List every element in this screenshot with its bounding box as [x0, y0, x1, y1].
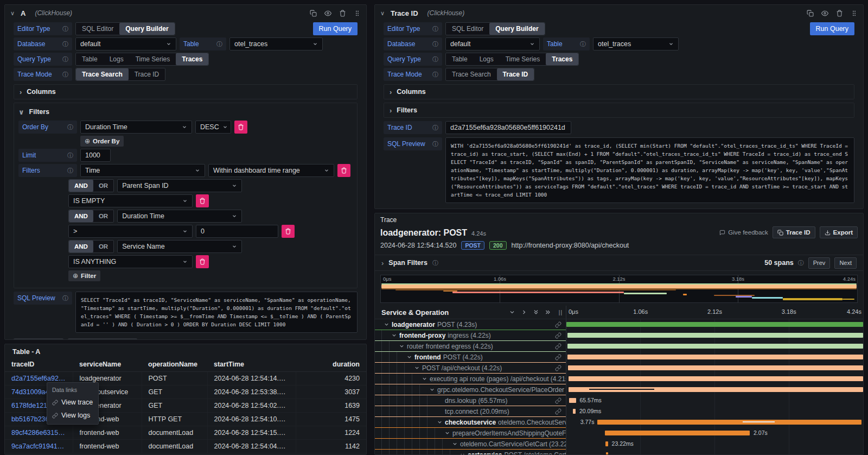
collapse-one-icon[interactable] — [509, 309, 515, 315]
span-gantt-cell[interactable]: 20.09ms — [566, 406, 863, 417]
span-gantt-cell[interactable] — [566, 319, 863, 330]
span-row[interactable]: cartservicePOST /oteldemo.CartService/Ge… — [375, 450, 863, 455]
remove-order-by-button[interactable] — [234, 121, 247, 134]
span-name-cell[interactable]: checkoutserviceoteldemo.CheckoutService/… — [375, 417, 566, 428]
or-option[interactable]: OR — [93, 210, 113, 222]
trace-id-copy-button[interactable]: Trace ID — [773, 226, 815, 238]
trash-icon[interactable] — [836, 10, 843, 17]
chevron-down-icon[interactable] — [406, 354, 412, 360]
or-option[interactable]: OR — [93, 180, 113, 192]
columns-section-toggle[interactable]: › Columns — [14, 84, 358, 99]
query-type-table[interactable]: Table — [76, 53, 104, 65]
trace-search-option[interactable]: Trace Search — [446, 68, 497, 80]
span-gantt-cell[interactable] — [566, 341, 863, 352]
col-operationname[interactable]: operationName — [142, 358, 207, 372]
condition-field-select[interactable]: Parent Span ID — [117, 179, 242, 192]
col-traceid[interactable]: traceID — [5, 358, 73, 372]
table-select[interactable]: otel_traces — [593, 37, 679, 50]
span-row[interactable]: prepareOrderItemsAndShippingQuoteFromCar… — [375, 428, 863, 439]
expand-one-icon[interactable] — [521, 309, 527, 315]
span-filters-toggle[interactable]: Span Filters — [388, 259, 427, 267]
chevron-down-icon[interactable] — [391, 332, 397, 338]
span-bar[interactable] — [606, 452, 608, 455]
span-gantt-cell[interactable] — [566, 384, 863, 395]
eye-icon[interactable] — [821, 10, 828, 17]
remove-condition-button[interactable] — [196, 255, 209, 268]
database-select[interactable]: default — [75, 37, 176, 50]
span-name-cell[interactable]: loadgeneratorPOST (4.23s) — [375, 319, 566, 330]
span-gantt-cell[interactable] — [566, 450, 863, 455]
condition-field-select[interactable]: Service Name — [117, 240, 242, 253]
span-name-cell[interactable]: grpc.oteldemo.CheckoutService/PlaceOrder… — [375, 384, 566, 395]
export-button[interactable]: Export — [820, 226, 858, 238]
span-link-icon[interactable] — [555, 343, 566, 350]
span-gantt-cell[interactable]: 2.07s — [566, 428, 863, 439]
panel-collapse-icon[interactable]: ∨ — [10, 10, 17, 17]
span-bar[interactable] — [567, 344, 863, 349]
and-option[interactable]: AND — [69, 180, 93, 192]
span-bar[interactable] — [605, 441, 608, 446]
span-row[interactable]: oteldemo.CartService/GetCart (23.22ms)23… — [375, 439, 863, 450]
span-row[interactable]: executing api route (pages) /api/checkou… — [375, 374, 863, 384]
view-logs-link[interactable]: View logs — [47, 409, 98, 422]
or-option[interactable]: OR — [93, 241, 113, 252]
col-starttime[interactable]: startTime — [207, 358, 296, 372]
add-query-button[interactable]: +Add query — [384, 208, 433, 209]
condition-field-select[interactable]: Duration Time — [117, 210, 242, 223]
trace-search-option[interactable]: Trace Search — [76, 68, 129, 80]
query-type-time-series[interactable]: Time Series — [130, 53, 176, 65]
span-link-icon[interactable] — [555, 321, 566, 328]
span-link-icon[interactable] — [555, 332, 566, 339]
chevron-down-icon[interactable] — [422, 376, 427, 382]
span-row[interactable]: grpc.oteldemo.CheckoutService/PlaceOrder… — [375, 384, 863, 395]
table-select[interactable]: otel_traces — [229, 37, 323, 50]
column-resize-handle[interactable]: || — [559, 309, 563, 315]
sql-editor-option[interactable]: SQL Editor — [446, 23, 489, 35]
trace-id-link[interactable]: 9ca7acfc91941806ca... — [5, 440, 73, 453]
duplicate-icon[interactable] — [807, 10, 814, 17]
span-name-cell[interactable]: oteldemo.CartService/GetCart (23.22ms) — [375, 439, 566, 450]
view-trace-link[interactable]: View trace — [47, 396, 98, 409]
span-gantt-cell[interactable]: 23.22ms — [566, 439, 863, 450]
database-select[interactable]: default — [445, 37, 540, 50]
span-row[interactable]: tcp.connect (20.09ms)20.09ms — [375, 406, 863, 417]
add-order-by-button[interactable]: ⊕Order By — [80, 136, 124, 147]
expand-all-icon[interactable] — [545, 309, 551, 315]
col-duration[interactable]: duration — [296, 358, 366, 372]
filter-field-select[interactable]: Time — [80, 164, 205, 177]
query-type-time-series[interactable]: Time Series — [500, 53, 546, 65]
span-row[interactable]: frontend-proxyingress (4.22s) — [375, 330, 863, 341]
trace-id-link[interactable]: 89cf4286e631591b4... — [5, 426, 73, 440]
span-row[interactable]: router frontend egress (4.22s) — [375, 341, 863, 352]
chevron-down-icon[interactable] — [414, 365, 420, 371]
panel-a-header[interactable]: ∨ A (ClickHouse) — [5, 5, 366, 21]
eye-icon[interactable] — [324, 10, 331, 17]
columns-section-toggle[interactable]: › Columns — [384, 84, 854, 99]
filters-section-toggle[interactable]: ∨ Filters — [18, 105, 353, 118]
span-name-cell[interactable]: frontendPOST (4.22s) — [375, 352, 566, 363]
span-link-icon[interactable] — [555, 354, 566, 361]
span-gantt-cell[interactable]: 3.77s — [566, 417, 863, 428]
span-gantt-cell[interactable]: 65.57ms — [566, 395, 863, 406]
span-name-cell[interactable]: cartservicePOST /oteldemo.CartService/Ge… — [375, 450, 566, 455]
panel-b-header[interactable]: ∨ Trace ID (ClickHouse) — [375, 5, 863, 21]
query-type-logs[interactable]: Logs — [104, 53, 130, 65]
chevron-down-icon[interactable] — [399, 343, 405, 349]
span-row[interactable]: dns.lookup (65.57ms)65.57ms — [375, 395, 863, 406]
col-servicename[interactable]: serviceName — [73, 358, 142, 372]
drag-handle-icon[interactable] — [851, 10, 858, 17]
filter-operator-select[interactable]: Within dashboard time range — [208, 164, 334, 177]
trash-icon[interactable] — [339, 10, 346, 17]
span-name-cell[interactable]: dns.lookup (65.57ms) — [375, 395, 566, 406]
chevron-down-icon[interactable] — [437, 419, 443, 425]
and-option[interactable]: AND — [69, 241, 93, 252]
trace-id-input[interactable] — [445, 121, 571, 134]
condition-operator-select[interactable]: IS ANYTHING — [68, 255, 193, 268]
query-builder-option[interactable]: Query Builder — [489, 23, 544, 35]
collapse-all-icon[interactable] — [533, 309, 539, 315]
next-button[interactable]: Next — [834, 257, 857, 269]
add-query-button[interactable]: +Add query — [14, 338, 63, 340]
query-type-traces[interactable]: Traces — [546, 53, 578, 65]
prev-button[interactable]: Prev — [808, 257, 831, 269]
span-gantt-cell[interactable] — [566, 330, 863, 341]
